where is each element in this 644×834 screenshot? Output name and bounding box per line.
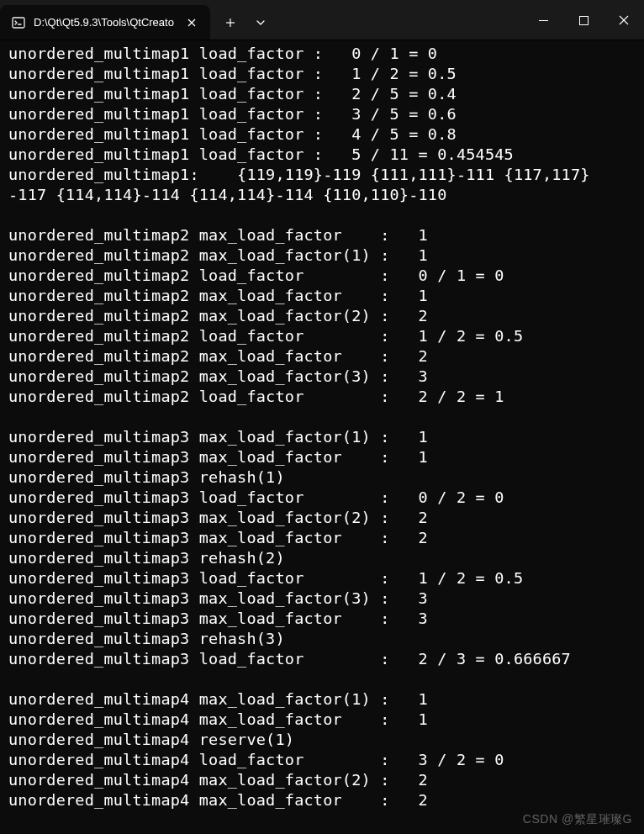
window-controls [523, 0, 644, 40]
minimize-button[interactable] [523, 0, 563, 40]
new-tab-button[interactable] [214, 8, 247, 38]
minimize-icon [539, 16, 548, 25]
svg-rect-7 [579, 16, 588, 24]
titlebar: D:\Qt\Qt5.9.3\Tools\QtCreato [0, 0, 644, 40]
tab-close-button[interactable] [183, 14, 200, 31]
plus-icon [225, 18, 235, 28]
chevron-down-icon [256, 20, 265, 25]
watermark-text: CSDN @繁星璀璨G [523, 812, 632, 827]
close-window-button[interactable] [604, 0, 644, 40]
close-icon [187, 18, 197, 28]
terminal-output[interactable]: unordered_multimap1 load_factor : 0 / 1 … [0, 40, 644, 814]
svg-rect-0 [13, 18, 24, 28]
maximize-button[interactable] [563, 0, 604, 40]
dropdown-button[interactable] [247, 8, 274, 38]
terminal-icon [12, 16, 25, 29]
active-tab[interactable]: D:\Qt\Qt5.9.3\Tools\QtCreato [0, 5, 210, 40]
titlebar-actions [214, 0, 274, 40]
maximize-icon [579, 16, 589, 25]
close-icon [619, 15, 629, 25]
tab-title: D:\Qt\Qt5.9.3\Tools\QtCreato [34, 16, 175, 29]
